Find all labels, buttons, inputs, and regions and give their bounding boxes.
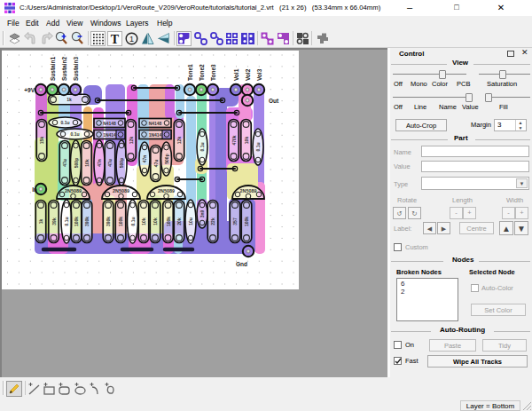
svg-text:10k: 10k <box>244 137 249 145</box>
svg-text:22k: 22k <box>210 217 215 225</box>
svg-text:12k: 12k <box>176 137 182 145</box>
svg-text:100k: 100k <box>166 217 171 226</box>
svg-text:20k: 20k <box>176 217 182 225</box>
svg-text:1: 1 <box>129 35 134 43</box>
svg-text:Tone1: Tone1 <box>187 64 193 81</box>
svg-text:47n: 47n <box>142 155 147 163</box>
svg-text:Tone3: Tone3 <box>210 64 216 81</box>
svg-text:390k: 390k <box>106 217 111 226</box>
svg-text:100k: 100k <box>244 217 249 226</box>
svg-text:In: In <box>32 186 37 193</box>
svg-text:Vol3: Vol3 <box>256 68 262 81</box>
svg-text:2N5089: 2N5089 <box>158 188 175 194</box>
svg-text:1k: 1k <box>66 97 72 102</box>
svg-text:Gnd: Gnd <box>236 261 247 267</box>
svg-text:Vol2: Vol2 <box>245 68 251 81</box>
svg-text:47u: 47u <box>107 159 113 167</box>
svg-text:500p: 500p <box>119 158 124 168</box>
svg-text:N4148: N4148 <box>103 121 116 126</box>
svg-text:47u: 47u <box>153 160 159 168</box>
svg-text:Tone2: Tone2 <box>199 64 205 81</box>
svg-text:500p: 500p <box>74 158 79 168</box>
svg-text:500p: 500p <box>164 154 169 163</box>
svg-text:470k: 470k <box>231 135 237 145</box>
svg-text:0.1u: 0.1u <box>200 142 205 151</box>
svg-text:0.1u: 0.1u <box>255 142 261 151</box>
svg-text:100k: 100k <box>74 217 79 226</box>
svg-text:+9V: +9V <box>24 87 35 93</box>
svg-text:Vol1: Vol1 <box>233 68 239 81</box>
svg-text:39k: 39k <box>51 217 57 225</box>
svg-text:357: 357 <box>232 217 238 225</box>
svg-text:1N414: 1N414 <box>149 132 162 138</box>
svg-text:N4148: N4148 <box>149 121 162 126</box>
svg-text:0.1u: 0.1u <box>60 120 69 125</box>
svg-text:Sustain3: Sustain3 <box>73 57 79 81</box>
svg-text:2N5089: 2N5089 <box>65 188 82 194</box>
svg-text:2N5089: 2N5089 <box>240 188 257 194</box>
svg-text:390k: 390k <box>84 217 90 226</box>
svg-text:47u: 47u <box>62 159 67 167</box>
svg-text:1k: 1k <box>38 219 43 225</box>
svg-text:1N414: 1N414 <box>103 132 116 138</box>
svg-text:10u: 10u <box>188 217 193 225</box>
svg-text:Sustain2: Sustain2 <box>61 57 67 81</box>
svg-text:10k: 10k <box>141 217 146 225</box>
svg-text:0.1u: 0.1u <box>130 217 136 225</box>
svg-text:0.1u: 0.1u <box>70 131 79 137</box>
svg-text:15k: 15k <box>39 137 44 145</box>
svg-text:T: T <box>111 33 120 46</box>
svg-text:100k: 100k <box>118 217 123 226</box>
svg-text:3n9: 3n9 <box>200 209 205 217</box>
svg-text:10k: 10k <box>84 159 90 167</box>
svg-text:10k: 10k <box>153 217 158 225</box>
svg-text:47n: 47n <box>97 159 102 167</box>
svg-text:Sustain1: Sustain1 <box>50 57 56 81</box>
svg-text:12k: 12k <box>129 137 134 145</box>
svg-text:2N5089: 2N5089 <box>113 188 129 194</box>
svg-text:0.1u: 0.1u <box>64 217 69 225</box>
svg-text:Out: Out <box>269 98 279 104</box>
